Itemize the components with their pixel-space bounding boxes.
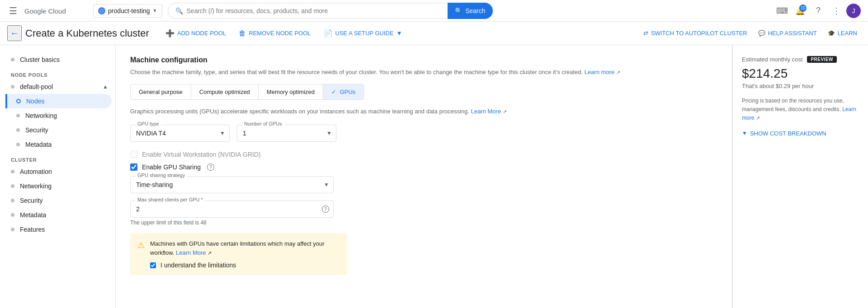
virtual-workstation-row: Enable Virtual Workstation (NVIDIA GRID) <box>130 151 717 158</box>
project-selector[interactable]: ⬡ product-testing ▼ <box>93 4 162 18</box>
learn-button[interactable]: 🎓 LEARN <box>824 27 861 39</box>
strategy-select[interactable]: Time-sharing MPS MIG <box>130 176 334 193</box>
sub-nav-right: ⇄ SWITCH TO AUTOPILOT CLUSTER 💬 HELP ASS… <box>640 27 861 39</box>
warning-learn-more-link[interactable]: Learn More <box>176 249 206 256</box>
help-assistant-button[interactable]: 💬 HELP ASSISTANT <box>755 27 821 39</box>
sidebar-dot-cluster-metadata <box>11 213 14 217</box>
num-gpus-field: Number of GPUs 1 2 4 8 ▼ <box>237 125 336 142</box>
sidebar-dot-cluster-security <box>11 199 14 202</box>
assistant-icon: 💬 <box>758 30 765 37</box>
setup-guide-button[interactable]: 📄 USE A SETUP GUIDE ▼ <box>318 26 408 40</box>
sidebar-group-default-pool[interactable]: default-pool ▲ <box>0 79 115 94</box>
sidebar-item-cluster-networking[interactable]: Networking <box>0 179 115 193</box>
gpu-warning-box: ⚠ Machines with GPUs have certain limita… <box>130 233 347 275</box>
max-clients-help-icon[interactable]: ? <box>322 205 329 213</box>
sidebar-dot-cluster-networking <box>11 184 14 188</box>
notification-badge: 10 <box>799 5 807 12</box>
gpu-sharing-help-icon[interactable]: ? <box>207 163 214 171</box>
tab-general-purpose[interactable]: General purpose <box>131 84 191 99</box>
num-gpus-label: Number of GPUs <box>242 121 284 126</box>
more-icon: ⋮ <box>832 6 840 16</box>
user-avatar[interactable]: J <box>846 4 861 18</box>
top-navigation: ☰ Google Cloud ⬡ product-testing ▼ 🔍 🔍 S… <box>0 0 868 22</box>
external-link-icon-3: ↗ <box>208 250 212 256</box>
understand-row: I understand the limitations <box>150 261 340 269</box>
chevron-down-icon: ▼ <box>153 8 157 13</box>
learn-icon: 🎓 <box>828 30 835 37</box>
sidebar-item-security[interactable]: Security <box>5 123 115 137</box>
gpu-learn-more-link[interactable]: Learn More <box>471 108 501 115</box>
gpu-sharing-strategy-section: GPU sharing strategy Time-sharing MPS MI… <box>130 176 717 193</box>
max-clients-input-wrapper: ? <box>130 201 334 218</box>
sidebar: Cluster basics NODE POOLS default-pool ▲… <box>0 45 116 308</box>
project-icon: ⬡ <box>98 7 105 14</box>
strategy-select-wrapper: Time-sharing MPS MIG ▼ <box>130 176 334 193</box>
max-clients-field: Max shared clients per GPU * ? The upper… <box>130 201 334 226</box>
cost-section: Estimated monthly cost PREVIEW $214.25 T… <box>742 56 859 137</box>
more-options-btn[interactable]: ⋮ <box>828 3 844 19</box>
sidebar-dot-automation <box>11 170 14 173</box>
search-input[interactable] <box>187 7 444 14</box>
cost-external-link-icon: ↗ <box>756 115 760 121</box>
search-button[interactable]: 🔍 Search <box>448 3 492 19</box>
external-link-icon: ↗ <box>616 70 620 75</box>
help-icon: ? <box>816 6 821 15</box>
sidebar-active-circle-nodes <box>16 99 21 103</box>
sidebar-item-cluster-metadata[interactable]: Metadata <box>0 208 115 222</box>
max-clients-label: Max shared clients per GPU * <box>136 197 205 202</box>
sidebar-item-features[interactable]: Features <box>0 222 115 237</box>
understand-checkbox[interactable] <box>150 262 156 268</box>
switch-icon: ⇄ <box>643 30 648 37</box>
sidebar-section-cluster: CLUSTER <box>0 152 115 164</box>
gpu-type-select-wrapper: NVIDIA T4 NVIDIA V100 NVIDIA A100 NVIDIA… <box>130 125 230 142</box>
sub-nav-actions: ➕ ADD NODE POOL 🗑 REMOVE NODE POOL 📄 USE… <box>160 26 408 40</box>
tab-compute-optimized[interactable]: Compute optimized <box>191 84 259 99</box>
switch-to-autopilot-button[interactable]: ⇄ SWITCH TO AUTOPILOT CLUSTER <box>640 27 751 39</box>
virtual-workstation-checkbox[interactable] <box>130 151 137 158</box>
preview-badge: PREVIEW <box>807 56 837 63</box>
gpu-form-row: GPU type NVIDIA T4 NVIDIA V100 NVIDIA A1… <box>130 125 717 142</box>
warning-content: Machines with GPUs have certain limitati… <box>150 239 340 269</box>
chevron-down-cost-icon: ▼ <box>742 130 747 136</box>
cost-header: Estimated monthly cost PREVIEW <box>742 56 859 63</box>
sub-navigation: ← Create a Kubernetes cluster ➕ ADD NODE… <box>0 22 868 45</box>
setup-guide-chevron: ▼ <box>396 30 402 37</box>
nav-right-actions: ⌨ 🔔 10 ? ⋮ J <box>774 3 861 19</box>
gpu-sharing-checkbox[interactable] <box>130 163 137 171</box>
estimated-label: Estimated monthly cost <box>742 56 802 63</box>
gpu-type-label: GPU type <box>136 121 161 126</box>
sidebar-item-metadata[interactable]: Metadata <box>5 137 115 152</box>
sidebar-dot-metadata <box>16 143 20 146</box>
help-btn[interactable]: ? <box>810 3 826 19</box>
terminal-icon-btn[interactable]: ⌨ <box>774 3 790 19</box>
hamburger-menu[interactable]: ☰ <box>7 4 19 18</box>
learn-more-config-link[interactable]: Learn more <box>585 69 614 75</box>
sidebar-item-automation[interactable]: Automation <box>0 164 115 179</box>
gpu-tab-check: ✓ <box>331 89 336 95</box>
understand-label: I understand the limitations <box>160 261 236 269</box>
virtual-workstation-label: Enable Virtual Workstation (NVIDIA GRID) <box>142 151 260 158</box>
gpu-sharing-label: Enable GPU Sharing <box>142 163 201 171</box>
sidebar-item-nodes[interactable]: Nodes <box>5 94 112 108</box>
search-icon: 🔍 <box>175 7 183 14</box>
add-icon: ➕ <box>165 29 175 37</box>
show-cost-breakdown-button[interactable]: ▼ SHOW COST BREAKDOWN <box>742 130 826 137</box>
machine-type-tabs: General purpose Compute optimized Memory… <box>130 84 364 100</box>
svg-text:Google Cloud: Google Cloud <box>24 7 66 15</box>
tab-gpus[interactable]: ✓ GPUs <box>323 84 363 99</box>
sidebar-dot-default-pool <box>11 85 14 89</box>
num-gpus-select[interactable]: 1 2 4 8 <box>237 125 336 142</box>
max-clients-input[interactable] <box>130 201 334 218</box>
main-layout: Cluster basics NODE POOLS default-pool ▲… <box>0 45 868 308</box>
tab-memory-optimized[interactable]: Memory optimized <box>259 84 323 99</box>
sidebar-item-networking[interactable]: Networking <box>5 108 115 123</box>
strategy-dropdown: GPU sharing strategy Time-sharing MPS MI… <box>130 176 334 193</box>
back-button[interactable]: ← <box>7 25 22 41</box>
sidebar-item-cluster-basics[interactable]: Cluster basics <box>0 52 115 67</box>
notifications-btn[interactable]: 🔔 10 <box>792 3 808 19</box>
sidebar-item-cluster-security[interactable]: Security <box>0 193 115 208</box>
remove-node-pool-button[interactable]: 🗑 REMOVE NODE POOL <box>233 27 316 40</box>
gpu-type-select[interactable]: NVIDIA T4 NVIDIA V100 NVIDIA A100 NVIDIA… <box>130 125 230 142</box>
search-bar: 🔍 🔍 Search <box>168 3 493 19</box>
add-node-pool-button[interactable]: ➕ ADD NODE POOL <box>160 26 231 40</box>
